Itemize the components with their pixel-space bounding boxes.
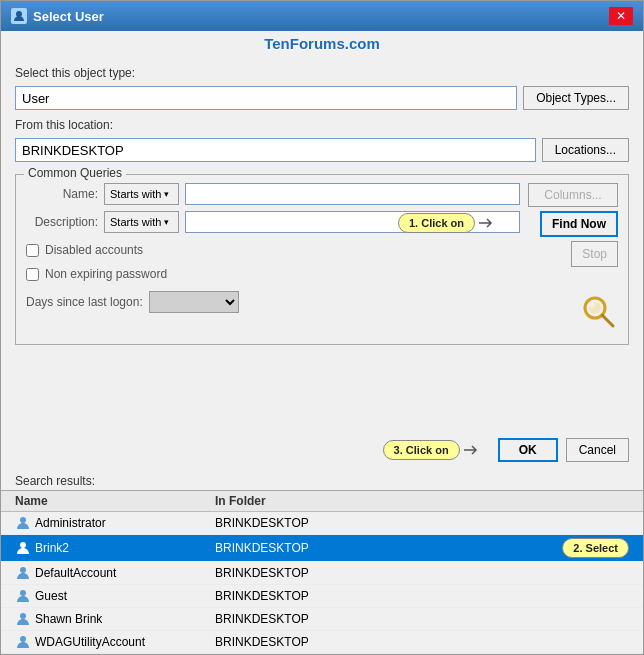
svg-line-3 xyxy=(602,315,613,326)
title-bar: Select User ✕ xyxy=(1,1,643,31)
results-rows-container: AdministratorBRINKDESKTOP Brink2BRINKDES… xyxy=(1,512,643,654)
find-now-button[interactable]: Find Now xyxy=(540,211,618,237)
dialog-content: Select this object type: Object Types...… xyxy=(1,54,643,430)
group-box-title: Common Queries xyxy=(24,166,126,180)
search-magnifier-icon xyxy=(578,291,618,334)
location-row: Locations... xyxy=(15,138,629,162)
result-folder: BRINKDESKTOP xyxy=(215,541,554,555)
result-name: Shawn Brink xyxy=(15,611,215,627)
svg-point-5 xyxy=(20,517,26,523)
results-header: Name In Folder xyxy=(1,491,643,512)
result-name: Brink2 xyxy=(15,540,215,556)
result-name: Guest xyxy=(15,588,215,604)
watermark-area: TenForums.com xyxy=(1,31,643,54)
result-folder: BRINKDESKTOP xyxy=(215,612,629,626)
object-type-label: Select this object type: xyxy=(15,66,629,80)
days-label: Days since last logon: xyxy=(26,295,143,309)
step1-arrow-icon xyxy=(479,217,497,229)
object-types-button[interactable]: Object Types... xyxy=(523,86,629,110)
svg-point-4 xyxy=(589,302,595,308)
name-query-input[interactable] xyxy=(185,183,520,205)
name-dropdown-arrow: ▾ xyxy=(164,189,169,199)
desc-starts-with-label: Starts with xyxy=(110,216,161,228)
non-expiring-label: Non expiring password xyxy=(45,267,167,281)
result-name: DefaultAccount xyxy=(15,565,215,581)
svg-point-7 xyxy=(20,567,26,573)
name-query-row: Name: Starts with ▾ xyxy=(26,183,520,205)
queries-right: Columns... 1. Click on Find Now Stop xyxy=(528,183,618,334)
result-folder: BRINKDESKTOP xyxy=(215,635,629,649)
search-results-section: Search results: Name In Folder Administr… xyxy=(1,470,643,654)
object-type-row: Object Types... xyxy=(15,86,629,110)
ok-button[interactable]: OK xyxy=(498,438,558,462)
title-bar-left: Select User xyxy=(11,8,104,24)
result-folder: BRINKDESKTOP xyxy=(215,589,629,603)
dialog-icon xyxy=(11,8,27,24)
queries-left: Name: Starts with ▾ Description: Starts … xyxy=(26,183,520,334)
svg-point-9 xyxy=(20,613,26,619)
step3-annotation-wrapper: 3. Click on xyxy=(383,440,482,460)
dialog-title: Select User xyxy=(33,9,104,24)
step3-arrow-icon xyxy=(464,444,482,456)
result-name: WDAGUtilityAccount xyxy=(15,634,215,650)
days-row: Days since last logon: xyxy=(26,291,520,313)
table-row[interactable]: Brink2BRINKDESKTOP2. Select xyxy=(1,535,643,562)
results-table: Name In Folder AdministratorBRINKDESKTOP… xyxy=(1,490,643,654)
location-section: From this location: Locations... xyxy=(15,118,629,162)
watermark-text: TenForums.com xyxy=(264,35,380,52)
non-expiring-row: Non expiring password xyxy=(26,267,520,281)
col-name-header: Name xyxy=(15,494,215,508)
svg-point-8 xyxy=(20,590,26,596)
close-button[interactable]: ✕ xyxy=(609,7,633,25)
table-row[interactable]: WDAGUtilityAccountBRINKDESKTOP xyxy=(1,631,643,654)
table-row[interactable]: DefaultAccountBRINKDESKTOP xyxy=(1,562,643,585)
step1-annotation-wrapper: 1. Click on xyxy=(398,213,497,233)
result-folder: BRINKDESKTOP xyxy=(215,566,629,580)
col-folder-header: In Folder xyxy=(215,494,629,508)
step1-callout: 1. Click on xyxy=(398,213,475,233)
table-row[interactable]: AdministratorBRINKDESKTOP xyxy=(1,512,643,535)
dialog-footer: 3. Click on OK Cancel xyxy=(1,430,643,470)
non-expiring-checkbox[interactable] xyxy=(26,268,39,281)
result-name: Administrator xyxy=(15,515,215,531)
search-results-label: Search results: xyxy=(1,470,643,490)
locations-button[interactable]: Locations... xyxy=(542,138,629,162)
location-label: From this location: xyxy=(15,118,629,132)
disabled-accounts-checkbox[interactable] xyxy=(26,244,39,257)
object-type-input[interactable] xyxy=(15,86,517,110)
name-label: Name: xyxy=(26,187,98,201)
desc-starts-with-button[interactable]: Starts with ▾ xyxy=(104,211,179,233)
name-starts-with-label: Starts with xyxy=(110,188,161,200)
location-input[interactable] xyxy=(15,138,536,162)
svg-point-10 xyxy=(20,636,26,642)
table-row[interactable]: Shawn BrinkBRINKDESKTOP xyxy=(1,608,643,631)
queries-layout: Name: Starts with ▾ Description: Starts … xyxy=(26,183,618,334)
common-queries-group: Common Queries Name: Starts with ▾ Des xyxy=(15,174,629,345)
result-folder: BRINKDESKTOP xyxy=(215,516,629,530)
disabled-accounts-label: Disabled accounts xyxy=(45,243,143,257)
name-starts-with-button[interactable]: Starts with ▾ xyxy=(104,183,179,205)
object-type-section: Select this object type: Object Types... xyxy=(15,66,629,110)
cancel-button[interactable]: Cancel xyxy=(566,438,629,462)
find-now-area: 1. Click on Find Now Stop xyxy=(528,211,618,334)
stop-button[interactable]: Stop xyxy=(571,241,618,267)
days-dropdown[interactable] xyxy=(149,291,239,313)
columns-button[interactable]: Columns... xyxy=(528,183,618,207)
step2-annotation-wrapper: 2. Select xyxy=(562,538,629,558)
desc-dropdown-arrow: ▾ xyxy=(164,217,169,227)
step2-callout: 2. Select xyxy=(562,538,629,558)
desc-label: Description: xyxy=(26,215,98,229)
step3-callout: 3. Click on xyxy=(383,440,460,460)
disabled-accounts-row: Disabled accounts xyxy=(26,243,520,257)
table-row[interactable]: GuestBRINKDESKTOP xyxy=(1,585,643,608)
svg-point-6 xyxy=(20,542,26,548)
select-user-dialog: Select User ✕ TenForums.com Select this … xyxy=(0,0,644,655)
